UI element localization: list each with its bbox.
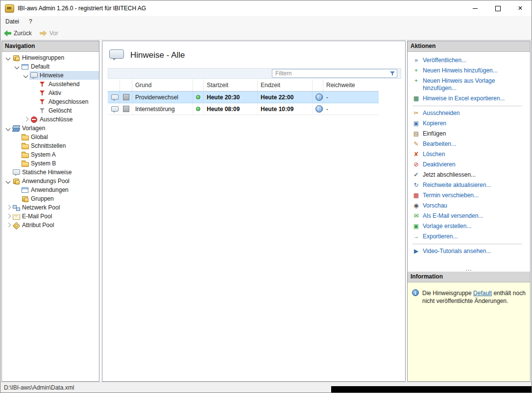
reschedule-icon: ▦ <box>412 192 420 199</box>
nav-item-default[interactable]: Default <box>2 62 99 71</box>
funnel-red-icon <box>39 80 47 88</box>
action-neuen-hinweis-aus-vorlage-hinzuf-gen[interactable]: +Neuen Hinweis aus Vorlage hinzufügen... <box>411 76 528 93</box>
noentry-icon <box>30 116 38 123</box>
action-vorlage-erstellen[interactable]: ▣Vorlage erstellen... <box>411 221 528 231</box>
action-hinweise-in-excel-exportieren[interactable]: ▦Hinweise in Excel exportieren... <box>411 93 528 104</box>
action-ausschneiden[interactable]: ✂Ausschneiden <box>411 108 528 118</box>
action-label: Veröffentlichen... <box>423 57 466 64</box>
chevron-down-icon[interactable] <box>14 63 21 70</box>
table-cell <box>193 92 203 103</box>
nav-item-hinweisgruppen[interactable]: Hinweisgruppen <box>2 53 99 62</box>
nav-item-abgeschlossen[interactable]: Abgeschlossen <box>2 97 99 106</box>
toolbar: Zurück Vor <box>0 27 532 40</box>
action-ver-ffentlichen[interactable]: »Veröffentlichen... <box>411 55 528 66</box>
chevron-right-icon[interactable] <box>5 222 12 229</box>
action-vorschau[interactable]: ◉Vorschau <box>411 201 528 211</box>
navigation-tree: HinweisgruppenDefaultHinweiseAusstehendA… <box>2 52 99 230</box>
table-header-cell-empty[interactable] <box>108 79 120 91</box>
action-label: Exportieren... <box>423 233 458 240</box>
table-header-reichweite[interactable]: Reichweite <box>323 79 379 91</box>
minimize-icon <box>473 8 478 9</box>
table-cell: - <box>323 103 379 115</box>
table-cell: Providerwechsel <box>132 92 193 103</box>
table-row[interactable]: InternetstörungHeute 08:09Heute 10:09- <box>108 103 379 115</box>
chevron-down-icon[interactable] <box>5 178 12 185</box>
cell-reichweite: - <box>326 106 328 113</box>
chevron-down-icon[interactable] <box>5 125 12 132</box>
chevron-right-icon[interactable] <box>23 116 29 123</box>
actions-overflow-indicator[interactable]: ... <box>408 267 530 271</box>
nav-item-statische-hinweise[interactable]: Statische Hinweise <box>2 168 99 177</box>
deactivate-icon: ⊘ <box>412 161 420 168</box>
filter-input[interactable] <box>272 69 397 77</box>
nav-item-schnittstellen[interactable]: Schnittstellen <box>2 141 99 150</box>
action-bearbeiten[interactable]: ✎Bearbeiten... <box>411 139 528 149</box>
action-label: Reichweite aktualisieren... <box>423 182 491 189</box>
nav-item-label: Gelöscht <box>48 107 72 114</box>
chevron-spacer <box>14 151 21 158</box>
minimize-button[interactable] <box>464 0 486 16</box>
action-label: Neuen Hinweis hinzufügen... <box>423 67 498 74</box>
nav-item-anwendungen[interactable]: Anwendungen <box>2 185 99 194</box>
nav-item-anwendungs-pool[interactable]: Anwendungs Pool <box>2 177 99 185</box>
action-jetzt-abschliessen[interactable]: ✔Jetzt abschliessen... <box>411 170 528 180</box>
nav-item-label: Hinweisgruppen <box>22 54 64 61</box>
table-header-startzeit[interactable]: Startzeit <box>203 79 257 91</box>
action-label: Vorschau <box>423 202 447 209</box>
navigation-header: Navigation <box>2 41 99 52</box>
action-reichweite-aktualisieren[interactable]: ↻Reichweite aktualisieren... <box>411 180 528 190</box>
nav-item-gel-scht[interactable]: Gelöscht <box>2 106 99 115</box>
forward-button[interactable]: Vor <box>40 30 58 37</box>
folder-icon <box>21 151 29 159</box>
chevron-down-icon[interactable] <box>5 54 12 61</box>
nav-item-aktiv[interactable]: Aktiv <box>2 89 99 97</box>
default-group-link[interactable]: Default <box>473 290 492 297</box>
action-als-e-mail-versenden[interactable]: ✉Als E-Mail versenden... <box>411 211 528 221</box>
group-cube-icon <box>21 195 29 203</box>
table-row[interactable]: ProviderwechselHeute 20:30Heute 22:00- <box>108 92 379 103</box>
nav-item-gruppen[interactable]: Gruppen <box>2 194 99 203</box>
add-note-icon: + <box>412 67 420 74</box>
close-button[interactable]: × <box>509 0 532 16</box>
cell-startzeit: Heute 08:09 <box>207 106 240 113</box>
nav-item-e-mail-pool[interactable]: E-Mail Pool <box>2 212 99 221</box>
chevron-right-icon[interactable] <box>5 213 12 220</box>
action-video-tutorials-ansehen[interactable]: ▶Video-Tutorials ansehen... <box>411 246 528 256</box>
action-label: Neuen Hinweis aus Vorlage hinzufügen... <box>423 77 527 92</box>
nav-item-vorlagen[interactable]: Vorlagen <box>2 124 99 133</box>
table-cell <box>108 103 120 115</box>
nav-item-system-b[interactable]: System B <box>2 159 99 168</box>
filter-funnel-icon[interactable] <box>389 70 395 76</box>
nav-item-ausstehend[interactable]: Ausstehend <box>2 80 99 89</box>
nav-item-attribut-pool[interactable]: Attribut Pool <box>2 221 99 230</box>
nav-item-system-a[interactable]: System A <box>2 150 99 159</box>
menu-datei[interactable]: Datei <box>0 17 24 26</box>
action-label: Termin verschieben... <box>423 192 479 199</box>
action-exportieren[interactable]: →Exportieren... <box>411 231 528 242</box>
table-header-cell-empty[interactable] <box>312 79 323 91</box>
table-header-grund[interactable]: Grund <box>132 79 193 91</box>
table-header-endzeit[interactable]: Endzeit <box>257 79 312 91</box>
action-l-schen[interactable]: ✘Löschen <box>411 149 528 160</box>
back-button[interactable]: Zurück <box>4 30 32 37</box>
action-termin-verschieben[interactable]: ▦Termin verschieben... <box>411 190 528 201</box>
chevron-right-icon[interactable] <box>5 204 12 211</box>
action-label: Löschen <box>423 151 445 158</box>
maximize-button[interactable] <box>486 0 509 16</box>
cell-endzeit: Heute 10:09 <box>261 106 293 113</box>
action-neuen-hinweis-hinzuf-gen[interactable]: +Neuen Hinweis hinzufügen... <box>411 66 528 76</box>
table-header-cell-empty[interactable] <box>120 79 132 91</box>
nav-item-ausschl-sse[interactable]: Ausschlüsse <box>2 115 99 124</box>
nav-item-netzwerk-pool[interactable]: Netzwerk Pool <box>2 203 99 212</box>
menu-help[interactable]: ? <box>24 17 37 26</box>
nav-item-hinweise[interactable]: Hinweise <box>2 71 99 80</box>
action-deaktivieren[interactable]: ⊘Deaktivieren <box>411 160 528 170</box>
chevron-down-icon[interactable] <box>23 72 29 79</box>
nav-item-label: Ausschlüsse <box>40 116 73 123</box>
hinweis-type-icon <box>123 106 129 112</box>
nav-item-global[interactable]: Global <box>2 133 99 141</box>
chevron-spacer <box>5 169 12 176</box>
action-kopieren[interactable]: ▣Kopieren <box>411 118 528 129</box>
action-einf-gen[interactable]: ▤Einfügen <box>411 129 528 139</box>
table-header-cell-empty[interactable] <box>193 79 203 91</box>
